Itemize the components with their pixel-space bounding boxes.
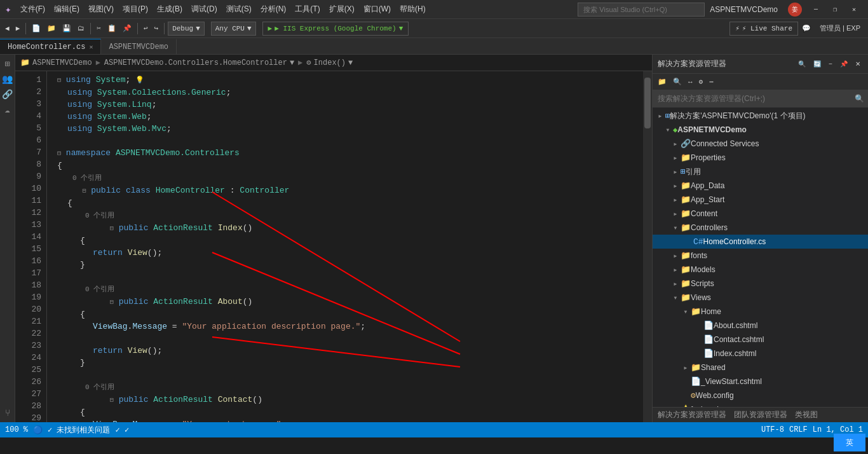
se-tb-btn-4[interactable]: ⚙	[696, 75, 706, 89]
code-line-10: {	[55, 197, 643, 209]
feedback-button[interactable]: 💬	[799, 22, 813, 36]
se-tb-btn-5[interactable]: ⋯	[707, 75, 716, 89]
tree-connected-services[interactable]: ▶ 🔗 Connected Services	[653, 137, 868, 151]
code-line-4: using System.Web;	[55, 111, 643, 123]
cut-button[interactable]: ✂	[94, 22, 104, 36]
minimize-button[interactable]: —	[807, 3, 825, 17]
debug-mode-dropdown[interactable]: Debug▼	[168, 22, 205, 36]
nav-namespace[interactable]: ASPNETMVCDemo.Controllers.HomeController…	[104, 58, 294, 67]
rp-tab-solution[interactable]: 解决方案资源管理器	[658, 409, 726, 420]
tree-shared[interactable]: ▶ 📁 Shared	[653, 361, 868, 375]
menu-view[interactable]: 视图(V)	[85, 3, 118, 16]
tree-views-home[interactable]: ▼ 📁 Home	[653, 305, 868, 319]
run-button[interactable]: ▶ ▶ IIS Express (Google Chrome) ▼	[262, 22, 409, 36]
tree-homecontroller[interactable]: C# HomeController.cs	[653, 235, 868, 249]
editor-scrollbar[interactable]	[643, 71, 652, 422]
menu-project[interactable]: 项目(P)	[119, 3, 152, 16]
menu-test[interactable]: 测试(S)	[222, 3, 255, 16]
close-button[interactable]: ✕	[845, 3, 863, 17]
paste-button[interactable]: 📌	[120, 22, 134, 36]
menu-tools[interactable]: 工具(T)	[291, 3, 323, 16]
tree-about-cshtml[interactable]: 📄 About.cshtml	[653, 319, 868, 333]
sidebar-team-icon[interactable]: 👥	[1, 72, 14, 85]
tree-views-webconfig[interactable]: ⚙ Web.config	[653, 389, 868, 402]
se-collapse-btn[interactable]: −	[826, 57, 835, 71]
open-button[interactable]: 📁	[44, 22, 58, 36]
se-tb-btn-3[interactable]: ↔	[686, 75, 695, 89]
index-expand	[693, 351, 703, 357]
menu-analyze[interactable]: 分析(N)	[257, 3, 290, 16]
views-home-expand: ▼	[681, 309, 691, 315]
about-label: About.cshtml	[714, 321, 757, 330]
tab-homecontroller-close[interactable]: ✕	[89, 43, 93, 51]
se-pin-btn[interactable]: 📌	[837, 57, 850, 71]
tab-project[interactable]: ASPNETMVCDemo	[101, 39, 177, 54]
solution-search-input[interactable]	[653, 90, 868, 107]
tree-favicon[interactable]: ⭐ favicon.ico	[653, 402, 868, 407]
code-line-11: 0 个引用 ⊟ public ActionResult Index()	[55, 209, 643, 235]
sidebar-git-icon[interactable]: ⑂	[1, 407, 14, 420]
nav-project[interactable]: 📁 ASPNETMVCDemo	[20, 58, 92, 67]
status-text: ✓ 未找到相关问题	[48, 425, 110, 436]
forward-button[interactable]: ▶	[13, 22, 23, 36]
viewstart-label: _ViewStart.cshtml	[701, 377, 762, 386]
tree-properties[interactable]: ▶ 📁 Properties	[653, 151, 868, 165]
new-file-button[interactable]: 📄	[29, 22, 43, 36]
tree-index-cshtml[interactable]: 📄 Index.cshtml	[653, 347, 868, 361]
sidebar-cloud-icon[interactable]: ☁	[1, 103, 14, 116]
tree-viewstart[interactable]: 📄 _ViewStart.cshtml	[653, 375, 868, 389]
menu-edit[interactable]: 编辑(E)	[50, 3, 83, 16]
tree-content[interactable]: ▶ 📁 Content	[653, 207, 868, 221]
code-line-21: }	[55, 357, 643, 369]
se-close-btn[interactable]: ✕	[853, 57, 863, 71]
project-icon: ◆	[673, 125, 677, 135]
menu-help[interactable]: 帮助(H)	[396, 3, 430, 16]
tree-app-data[interactable]: ▶ 📁 App_Data	[653, 179, 868, 193]
title-search-input[interactable]	[578, 3, 705, 17]
menu-window[interactable]: 窗口(W)	[360, 3, 395, 16]
viewstart-expand	[681, 379, 691, 385]
maximize-button[interactable]: ❐	[826, 3, 844, 17]
platform-dropdown[interactable]: Any CPU▼	[211, 22, 256, 36]
tree-fonts[interactable]: ▶ 📁 fonts	[653, 249, 868, 263]
se-properties-btn[interactable]: 🔍	[796, 57, 808, 71]
menu-debug[interactable]: 调试(D)	[187, 3, 221, 16]
models-label: Models	[691, 265, 715, 274]
models-expand: ▶	[670, 267, 681, 273]
solution-explorer-toolbar: 📁 🔍 ↔ ⚙ ⋯	[653, 74, 868, 90]
se-tb-btn-1[interactable]: 📁	[655, 75, 669, 89]
tree-references[interactable]: ▶ ⊞ 引用	[653, 165, 868, 179]
tree-app-start[interactable]: ▶ 📁 App_Start	[653, 193, 868, 207]
tree-controllers[interactable]: ▼ 📁 Controllers	[653, 221, 868, 235]
live-share-button[interactable]: ⚡ ⚡ Live Share	[729, 22, 798, 36]
code-area[interactable]: ⊟ using System; 💡 using System.Collectio…	[47, 71, 643, 422]
sidebar-server-icon[interactable]: 🔗	[1, 88, 14, 100]
tree-models[interactable]: ▶ 📁 Models	[653, 263, 868, 277]
menu-extensions[interactable]: 扩展(X)	[325, 3, 358, 16]
tree-scripts[interactable]: ▶ 📁 Scripts	[653, 277, 868, 291]
se-tb-btn-2[interactable]: 🔍	[670, 75, 684, 89]
nav-method[interactable]: ⚙ Index() ▼	[306, 58, 353, 67]
back-button[interactable]: ◀	[3, 22, 12, 36]
tree-project[interactable]: ▼ ◆ ASPNETMVCDemo	[653, 123, 868, 137]
menu-file[interactable]: 文件(F)	[17, 3, 49, 16]
copy-button[interactable]: 📋	[105, 22, 119, 36]
undo-button[interactable]: ↩	[141, 22, 151, 36]
save-all-button[interactable]: 🗂	[75, 22, 87, 36]
search-icon: 🔍	[855, 94, 864, 104]
sidebar-solution-icon[interactable]: ⊞	[1, 57, 14, 70]
redo-button[interactable]: ↪	[152, 22, 161, 36]
se-refresh-btn[interactable]: 🔄	[811, 57, 824, 71]
save-button[interactable]: 💾	[60, 22, 74, 36]
properties-expand: ▶	[670, 155, 681, 161]
tree-contact-cshtml[interactable]: 📄 Contact.cshtml	[653, 333, 868, 347]
menu-build[interactable]: 生成(B)	[153, 3, 186, 16]
controllers-expand: ▼	[670, 225, 681, 231]
rp-tab-classview[interactable]: 类视图	[795, 409, 818, 420]
connected-services-icon: 🔗	[681, 139, 691, 149]
tree-solution[interactable]: ▶ ⊞ 解决方案'ASPNETMVCDemo'(1 个项目)	[653, 109, 868, 123]
ime-indicator[interactable]: 英	[834, 434, 865, 451]
tree-views[interactable]: ▼ 📁 Views	[653, 291, 868, 305]
tab-homecontroller[interactable]: HomeController.cs ✕	[0, 39, 101, 54]
rp-tab-team[interactable]: 团队资源管理器	[734, 409, 787, 420]
